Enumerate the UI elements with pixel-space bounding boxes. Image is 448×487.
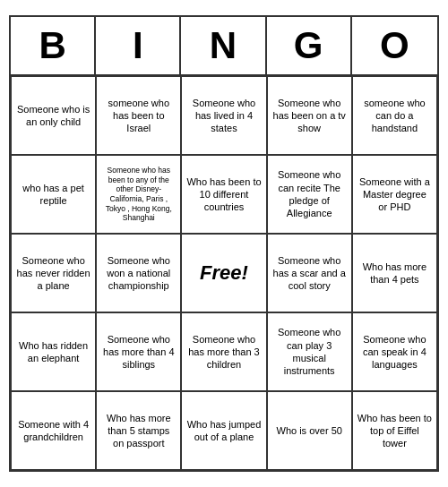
bingo-card: BINGO Someone who is an only childsomeon… [9, 15, 439, 472]
bingo-letter-b: B [11, 17, 96, 74]
bingo-cell-0: Someone who is an only child [11, 76, 96, 155]
bingo-cell-4: someone who can do a handstand [352, 76, 437, 155]
bingo-letter-g: G [267, 17, 352, 74]
bingo-cell-11: Someone who won a national championship [96, 234, 181, 312]
bingo-cell-7: Who has been to 10 different countries [181, 155, 266, 234]
bingo-cell-12: Free! [181, 234, 266, 312]
bingo-cell-17: Someone who has more than 3 children [181, 312, 266, 391]
bingo-cell-14: Who has more than 4 pets [352, 234, 437, 312]
bingo-cell-3: Someone who has been on a tv show [267, 76, 352, 155]
bingo-cell-16: Someone who has more than 4 siblings [96, 312, 181, 391]
bingo-header: BINGO [11, 17, 437, 76]
bingo-cell-20: Someone with 4 grandchildren [11, 391, 96, 470]
bingo-grid: Someone who is an only childsomeone who … [11, 76, 437, 470]
bingo-cell-24: Who has been to top of Eiffel tower [352, 391, 437, 470]
bingo-cell-21: Who has more than 5 stamps on passport [96, 391, 181, 470]
bingo-cell-23: Who is over 50 [267, 391, 352, 470]
bingo-cell-5: who has a pet reptile [11, 155, 96, 234]
bingo-letter-n: N [181, 17, 266, 74]
bingo-cell-9: Someone with a Master degree or PHD [352, 155, 437, 234]
bingo-cell-19: Someone who can speak in 4 languages [352, 312, 437, 391]
bingo-letter-o: O [352, 17, 437, 74]
bingo-cell-15: Who has ridden an elephant [11, 312, 96, 391]
bingo-cell-2: Someone who has lived in 4 states [181, 76, 266, 155]
bingo-cell-10: Someone who has never ridden a plane [11, 234, 96, 312]
bingo-cell-22: Who has jumped out of a plane [181, 391, 266, 470]
bingo-cell-6: Someone who has been to any of the other… [96, 155, 181, 234]
bingo-cell-18: Someone who can play 3 musical instrumen… [267, 312, 352, 391]
bingo-cell-13: Someone who has a scar and a cool story [267, 234, 352, 312]
bingo-cell-1: someone who has been to Israel [96, 76, 181, 155]
bingo-letter-i: I [96, 17, 181, 74]
bingo-cell-8: Someone who can recite The pledge of All… [267, 155, 352, 234]
